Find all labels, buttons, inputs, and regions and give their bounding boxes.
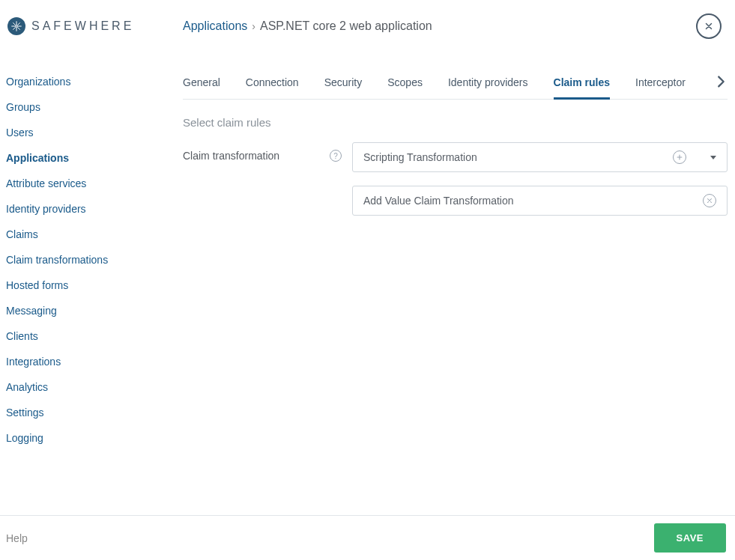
form-controls: Scripting Transformation Add Value Claim… bbox=[352, 142, 728, 216]
svg-line-8 bbox=[13, 27, 15, 29]
svg-point-0 bbox=[16, 25, 18, 28]
save-button[interactable]: SAVE bbox=[654, 523, 726, 553]
sidebar-item-users[interactable]: Users bbox=[6, 120, 175, 145]
added-transformation-label: Add Value Claim Transformation bbox=[363, 195, 703, 207]
field-label-wrapper: Claim transformation ? bbox=[183, 142, 342, 162]
page-header: SAFEWHERE Applications › ASP.NET core 2 … bbox=[0, 0, 735, 46]
sidebar-item-groups[interactable]: Groups bbox=[6, 94, 175, 120]
tab-interceptor[interactable]: Interceptor bbox=[635, 69, 686, 99]
main-content: General Connection Security Scopes Ident… bbox=[183, 46, 735, 524]
sidebar-item-attribute-services[interactable]: Attribute services bbox=[6, 171, 175, 196]
claim-transformation-row: Claim transformation ? Scripting Transfo… bbox=[183, 142, 728, 216]
page-footer: Help SAVE bbox=[0, 515, 735, 560]
brand-name: SAFEWHERE bbox=[31, 19, 134, 33]
breadcrumb-parent[interactable]: Applications bbox=[183, 19, 247, 33]
x-icon bbox=[706, 197, 713, 204]
remove-transformation-button[interactable] bbox=[703, 194, 716, 207]
plus-icon bbox=[676, 153, 683, 161]
close-button[interactable] bbox=[696, 13, 722, 39]
svg-line-7 bbox=[17, 22, 19, 25]
sidebar-item-claims[interactable]: Claims bbox=[6, 222, 175, 247]
brand-logo[interactable]: SAFEWHERE bbox=[7, 17, 183, 35]
sidebar-item-claim-transformations[interactable]: Claim transformations bbox=[6, 247, 175, 273]
claim-transformation-label: Claim transformation bbox=[183, 150, 279, 162]
sidebar-item-organizations[interactable]: Organizations bbox=[6, 69, 175, 94]
tab-general[interactable]: General bbox=[183, 69, 220, 99]
brand-logo-icon bbox=[7, 17, 25, 35]
tab-connection[interactable]: Connection bbox=[246, 69, 299, 99]
sidebar-item-analytics[interactable]: Analytics bbox=[6, 374, 175, 400]
sidebar-item-settings[interactable]: Settings bbox=[6, 400, 175, 425]
sidebar-nav: Organizations Groups Users Applications … bbox=[0, 46, 183, 524]
section-title: Select claim rules bbox=[183, 100, 728, 142]
sidebar-item-integrations[interactable]: Integrations bbox=[6, 349, 175, 374]
tab-bar: General Connection Security Scopes Ident… bbox=[183, 69, 728, 100]
tab-identity-providers[interactable]: Identity providers bbox=[448, 69, 528, 99]
help-link[interactable]: Help bbox=[6, 532, 28, 544]
chevron-right-icon bbox=[713, 73, 729, 90]
tab-claim-rules[interactable]: Claim rules bbox=[554, 69, 610, 100]
breadcrumb-current: ASP.NET core 2 web application bbox=[260, 19, 432, 33]
tab-scopes[interactable]: Scopes bbox=[387, 69, 423, 99]
help-icon[interactable]: ? bbox=[330, 150, 342, 162]
sidebar-item-hosted-forms[interactable]: Hosted forms bbox=[6, 273, 175, 298]
sidebar-item-logging[interactable]: Logging bbox=[6, 425, 175, 451]
add-transformation-button[interactable] bbox=[673, 150, 686, 164]
breadcrumb-separator: › bbox=[252, 20, 255, 32]
added-transformation-item[interactable]: Add Value Claim Transformation bbox=[352, 186, 728, 216]
select-value: Scripting Transformation bbox=[363, 151, 673, 163]
sidebar-item-clients[interactable]: Clients bbox=[6, 323, 175, 349]
sidebar-item-messaging[interactable]: Messaging bbox=[6, 298, 175, 323]
close-icon bbox=[704, 21, 714, 31]
sidebar-item-identity-providers[interactable]: Identity providers bbox=[6, 196, 175, 222]
chevron-down-icon bbox=[710, 156, 716, 159]
tabs-scroll-right[interactable] bbox=[713, 73, 729, 92]
transformation-select[interactable]: Scripting Transformation bbox=[352, 142, 728, 172]
breadcrumb: Applications › ASP.NET core 2 web applic… bbox=[183, 19, 696, 33]
svg-line-5 bbox=[13, 22, 15, 25]
sidebar-item-applications[interactable]: Applications bbox=[6, 145, 175, 171]
tab-security[interactable]: Security bbox=[324, 69, 363, 99]
svg-line-6 bbox=[17, 27, 19, 29]
